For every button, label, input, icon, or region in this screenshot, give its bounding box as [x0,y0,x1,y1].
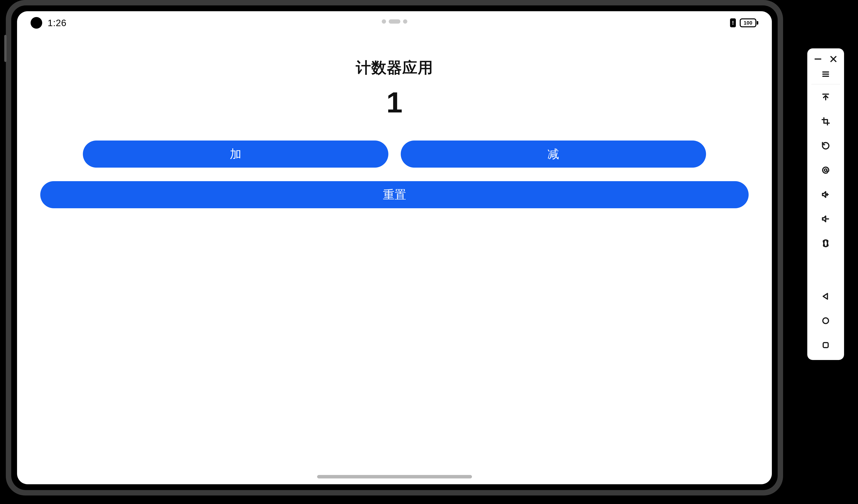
svg-marker-16 [823,293,827,299]
rotate-device-icon[interactable] [821,238,831,248]
app-content: 计数器应用 1 加 减 重置 [17,40,772,484]
rotate-ccw-icon[interactable] [821,141,831,151]
nav-home-icon[interactable] [821,315,831,326]
at-sign-icon[interactable] [821,165,831,175]
pill-icon [382,19,386,23]
svg-rect-15 [823,240,828,247]
hamburger-menu-icon[interactable] [821,69,831,79]
device-screen: 1:26 ! 100 [17,11,772,484]
svg-marker-9 [823,192,826,197]
tablet-bezel: 1:26 ! 100 [11,5,778,490]
pill-icon [389,19,400,23]
battery-tip-icon [757,21,758,25]
app-title: 计数器应用 [356,58,433,78]
battery-level: 100 [740,18,756,27]
crop-icon[interactable] [821,116,831,127]
emulator-toolbar [807,48,844,360]
divider [811,84,840,84]
alert-icon: ! [730,18,736,27]
counter-value: 1 [386,86,402,119]
increment-button[interactable]: 加 [83,141,388,168]
button-row: 重置 [40,181,749,208]
arrow-up-to-line-icon[interactable] [821,92,831,102]
close-button[interactable] [828,54,839,64]
volume-down-icon[interactable] [821,214,831,224]
svg-point-17 [823,318,828,323]
front-camera-icon [31,17,42,29]
nav-back-icon[interactable] [821,291,831,302]
tablet-frame: 1:26 ! 100 [6,0,783,495]
minimize-button[interactable] [813,54,823,64]
home-indicator[interactable] [317,475,472,478]
svg-rect-18 [823,343,828,347]
nav-overview-icon[interactable] [821,340,831,350]
status-center-pills [382,19,407,23]
status-bar: 1:26 ! 100 [17,11,772,34]
volume-up-icon[interactable] [821,189,831,200]
decrement-button[interactable]: 减 [401,141,706,168]
power-button[interactable] [4,35,6,62]
battery-indicator: 100 [740,18,758,27]
status-clock: 1:26 [48,18,66,28]
pill-icon [403,19,407,23]
reset-button[interactable]: 重置 [40,181,749,208]
button-row: 加 减 [40,141,749,168]
svg-marker-12 [823,216,826,222]
